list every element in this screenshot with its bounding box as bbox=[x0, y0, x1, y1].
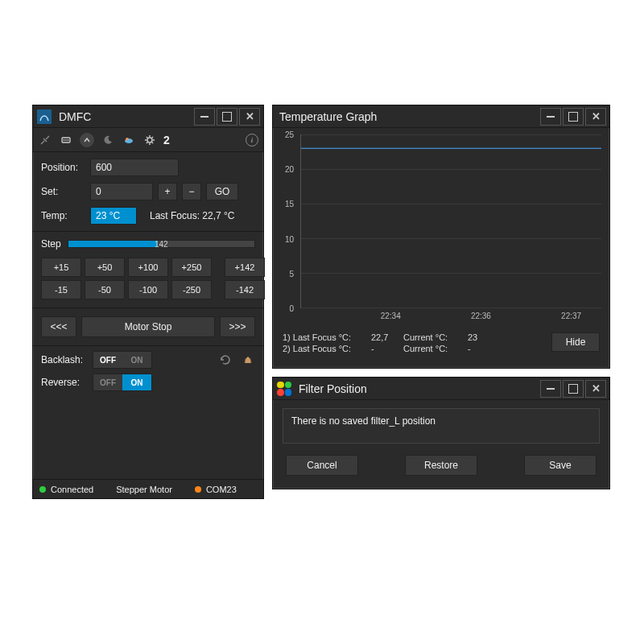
current2-val: - bbox=[468, 344, 492, 353]
motor-next-button[interactable]: >>> bbox=[220, 316, 255, 337]
current-label-1: Current °C: bbox=[403, 332, 468, 342]
chart-info: 1) Last Focus °C: 22,7 Current °C: 23 2)… bbox=[283, 332, 551, 353]
last-focus-label: Last Focus: 22,7 °C bbox=[150, 210, 235, 221]
save-button[interactable]: Save bbox=[524, 455, 597, 476]
cloud-icon[interactable] bbox=[122, 133, 136, 147]
reverse-off[interactable]: OFF bbox=[93, 374, 122, 390]
up-icon[interactable] bbox=[80, 133, 94, 147]
connected-dot-icon bbox=[39, 486, 46, 493]
y-tick-label: 25 bbox=[285, 130, 294, 139]
step-plus-custom[interactable]: +142 bbox=[225, 258, 265, 277]
maximize-button[interactable] bbox=[563, 108, 584, 126]
filter-body: There is no saved filter_L position Canc… bbox=[273, 400, 609, 484]
refresh-icon[interactable] bbox=[218, 353, 233, 367]
dmfc-titlebar: DMFC ✕ bbox=[33, 105, 263, 128]
reverse-label: Reverse: bbox=[41, 377, 88, 388]
minimize-button[interactable] bbox=[540, 108, 561, 126]
temp-label: Temp: bbox=[41, 210, 85, 221]
y-tick-label: 0 bbox=[289, 304, 294, 313]
temp-graph-window: Temperature Graph ✕ 0510152025 22:3422:3… bbox=[272, 105, 610, 369]
dmfc-app-icon bbox=[36, 109, 52, 125]
status-port: COM23 bbox=[206, 485, 237, 494]
chart-area: 0510152025 22:3422:3622:37 bbox=[273, 128, 609, 328]
plus-button[interactable]: + bbox=[158, 183, 177, 200]
moon-icon[interactable] bbox=[101, 133, 115, 147]
connect-icon[interactable] bbox=[38, 133, 52, 147]
dmfc-body: Position: Set: + − GO Temp: Last Focus: … bbox=[33, 152, 263, 402]
set-label: Set: bbox=[41, 186, 85, 197]
backlash-toggle[interactable]: OFF ON bbox=[93, 351, 152, 369]
chart-footer: 1) Last Focus °C: 22,7 Current °C: 23 2)… bbox=[273, 328, 609, 360]
hide-button[interactable]: Hide bbox=[551, 332, 600, 352]
reverse-toggle[interactable]: OFF ON bbox=[93, 374, 152, 391]
chart-grid bbox=[300, 134, 601, 308]
y-tick-label: 5 bbox=[289, 269, 294, 278]
y-tick-label: 10 bbox=[285, 234, 294, 243]
svg-line-14 bbox=[152, 142, 153, 142]
current-label-2: Current °C: bbox=[403, 344, 468, 353]
maximize-button[interactable] bbox=[217, 108, 237, 126]
minimize-button[interactable] bbox=[194, 108, 215, 126]
temp-titlebar: Temperature Graph ✕ bbox=[273, 105, 609, 128]
current1-val: 23 bbox=[468, 332, 492, 342]
status-connected: Connected bbox=[51, 485, 93, 494]
step-plus-250[interactable]: +250 bbox=[171, 258, 212, 277]
position-input[interactable] bbox=[90, 159, 179, 176]
step-minus-custom[interactable]: -142 bbox=[225, 280, 265, 299]
svg-rect-0 bbox=[37, 109, 52, 124]
step-minus-15[interactable]: -15 bbox=[41, 280, 81, 299]
dmfc-window: DMFC ✕ 2 i Position: Set: + − GO Temp: bbox=[32, 105, 264, 499]
step-plus-100[interactable]: +100 bbox=[128, 258, 168, 277]
maximize-button[interactable] bbox=[563, 380, 584, 398]
minus-button[interactable]: − bbox=[182, 183, 201, 200]
svg-point-7 bbox=[126, 138, 129, 141]
dmfc-title: DMFC bbox=[56, 110, 192, 123]
step-value: 142 bbox=[155, 240, 168, 249]
port-dot-icon bbox=[195, 486, 201, 493]
y-tick-label: 15 bbox=[285, 200, 294, 208]
restore-button[interactable]: Restore bbox=[405, 455, 477, 476]
minimize-button[interactable] bbox=[540, 380, 561, 398]
info2-val: - bbox=[371, 344, 403, 353]
dmfc-toolbar: 2 i bbox=[33, 128, 263, 152]
filter-position-window: Filter Position ✕ There is no saved filt… bbox=[272, 377, 610, 489]
x-tick-label: 22:34 bbox=[381, 312, 401, 320]
motor-stop-button[interactable]: Motor Stop bbox=[81, 316, 215, 337]
cancel-button[interactable]: Cancel bbox=[286, 455, 358, 476]
filter-titlebar: Filter Position ✕ bbox=[273, 378, 609, 400]
filter-message: There is no saved filter_L position bbox=[283, 408, 600, 444]
close-button[interactable]: ✕ bbox=[239, 108, 260, 126]
reverse-on[interactable]: ON bbox=[122, 374, 151, 390]
svg-line-15 bbox=[147, 142, 147, 142]
motor-icon[interactable] bbox=[241, 353, 255, 367]
filter-app-icon bbox=[276, 381, 292, 397]
step-minus-50[interactable]: -50 bbox=[85, 280, 125, 299]
motor-prev-button[interactable]: <<< bbox=[41, 316, 76, 337]
info-icon[interactable]: i bbox=[246, 134, 258, 147]
temp-title: Temperature Graph bbox=[276, 110, 539, 123]
info2-label: 2) Last Focus °C: bbox=[283, 344, 371, 353]
filter-buttons: Cancel Restore Save bbox=[283, 455, 600, 476]
svg-text:i: i bbox=[251, 136, 254, 144]
set-input[interactable] bbox=[90, 183, 153, 200]
svg-line-13 bbox=[147, 137, 147, 138]
step-plus-15[interactable]: +15 bbox=[41, 258, 81, 277]
gear-icon[interactable] bbox=[142, 133, 157, 147]
backlash-off[interactable]: OFF bbox=[93, 352, 122, 368]
step-slider[interactable]: 142 bbox=[68, 240, 255, 248]
backlash-on[interactable]: ON bbox=[122, 352, 151, 368]
step-minus-250[interactable]: -250 bbox=[171, 280, 212, 299]
device-icon[interactable] bbox=[59, 133, 73, 147]
x-tick-label: 22:36 bbox=[471, 312, 491, 320]
backlash-label: Backlash: bbox=[41, 354, 88, 365]
go-button[interactable]: GO bbox=[206, 183, 238, 200]
x-axis-ticks: 22:3422:3622:37 bbox=[300, 312, 601, 324]
close-button[interactable]: ✕ bbox=[585, 380, 606, 398]
temp-input[interactable] bbox=[90, 207, 137, 225]
y-tick-label: 20 bbox=[285, 165, 294, 174]
close-button[interactable]: ✕ bbox=[585, 108, 606, 126]
info1-label: 1) Last Focus °C: bbox=[283, 332, 371, 342]
svg-point-8 bbox=[147, 138, 152, 142]
step-plus-50[interactable]: +50 bbox=[85, 258, 125, 277]
step-minus-100[interactable]: -100 bbox=[128, 280, 168, 299]
